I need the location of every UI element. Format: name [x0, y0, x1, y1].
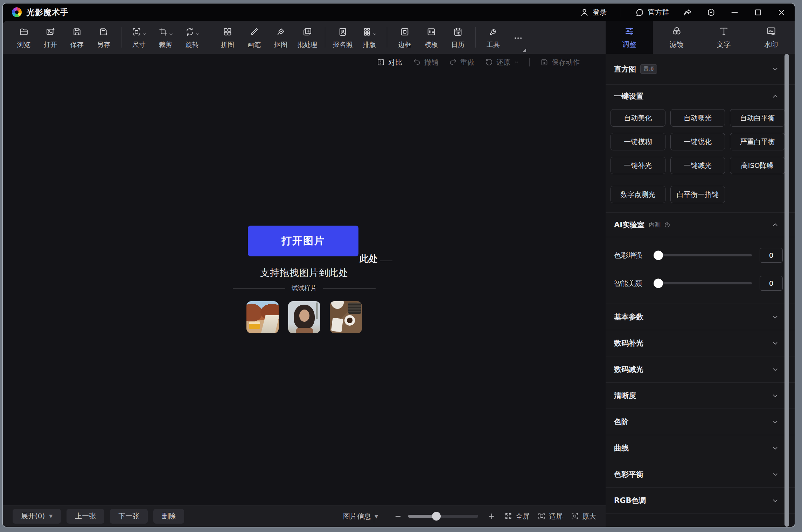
minimize-button[interactable] — [730, 8, 739, 17]
chevron-down-icon — [772, 419, 779, 425]
toolbar-rotate[interactable]: 旋转 — [179, 26, 205, 49]
section-digital-fill-light[interactable]: 数码补光 — [606, 330, 795, 356]
open-image-button[interactable]: 打开图片 — [248, 226, 358, 256]
toolbar-divider — [475, 27, 476, 48]
slider-thumb[interactable] — [654, 251, 663, 260]
share-icon[interactable] — [683, 8, 692, 17]
restore-button[interactable]: 还原 — [485, 58, 519, 67]
auto-exposure-button[interactable]: 自动曝光 — [670, 109, 725, 127]
save-as-icon — [99, 27, 109, 37]
smart-beauty-slider-row: 智能美颜 0 — [606, 269, 795, 297]
section-digital-dim-light[interactable]: 数码减光 — [606, 356, 795, 383]
toolbar-collage[interactable]: 拼图 — [214, 26, 241, 49]
toolbar-save[interactable]: 保存 — [64, 26, 90, 49]
auto-beautify-button[interactable]: 自动美化 — [611, 109, 665, 127]
severe-white-balance-button[interactable]: 严重白平衡 — [730, 133, 785, 150]
panel-scrollbar[interactable] — [784, 54, 789, 527]
toolbar-border[interactable]: 边框 — [391, 26, 418, 49]
toolbar-save-as[interactable]: 另存 — [90, 26, 117, 49]
one-click-fill-light-button[interactable]: 一键补光 — [611, 157, 665, 174]
brush-icon — [249, 27, 259, 37]
previous-image-button[interactable]: 上一张 — [67, 509, 104, 524]
sample-thumb-portrait[interactable] — [288, 301, 320, 333]
official-group-button[interactable]: 官方群 — [635, 8, 669, 17]
fullscreen-button[interactable]: 全屏 — [504, 511, 530, 521]
actual-size-button[interactable]: 原大 — [571, 511, 596, 521]
ghost-text: 此处 — [360, 253, 378, 265]
corner-triangle-icon — [522, 48, 526, 52]
toolbar-batch[interactable]: 批处理 — [294, 26, 321, 49]
zoom-in-button[interactable] — [488, 512, 496, 520]
toolbar-resize[interactable]: 尺寸 — [126, 26, 152, 49]
sample-thumb-canyon-bus[interactable] — [246, 301, 279, 333]
slider-thumb[interactable] — [654, 279, 663, 288]
one-click-sharpen-button[interactable]: 一键锐化 — [670, 133, 725, 150]
close-button[interactable] — [777, 8, 786, 17]
chevron-down-icon — [772, 314, 779, 320]
color-enhance-slider[interactable] — [655, 254, 752, 256]
toolbar-divider — [325, 27, 325, 48]
samples-header: 试试样片 — [233, 284, 376, 292]
ghost-dash — [380, 261, 392, 261]
image-info-dropdown[interactable]: 图片信息 ▼ — [343, 511, 378, 521]
fit-screen-button[interactable]: 适屏 — [537, 511, 563, 521]
ai-lab-section-header[interactable]: AI实验室 内测 — [606, 213, 795, 237]
folder-icon — [19, 27, 29, 37]
settings-gear-icon[interactable] — [706, 8, 716, 17]
help-question-icon[interactable] — [664, 222, 670, 228]
expand-dropdown[interactable]: 展开(0) ▼ — [13, 509, 61, 524]
sample-thumb-desk[interactable] — [330, 301, 362, 333]
section-curves[interactable]: 曲线 — [606, 435, 795, 461]
pen-nib-icon — [276, 27, 286, 37]
histogram-section-header[interactable]: 直方图 置顶 — [606, 54, 795, 85]
one-click-blur-button[interactable]: 一键模糊 — [611, 133, 665, 150]
toolbar-more[interactable] — [507, 32, 530, 43]
fullscreen-icon — [504, 512, 512, 520]
digital-spot-metering-button[interactable]: 数字点测光 — [611, 186, 665, 203]
section-color-balance[interactable]: 色彩平衡 — [606, 461, 795, 488]
toolbar-brush[interactable]: 画笔 — [241, 26, 267, 49]
maximize-button[interactable] — [753, 8, 763, 17]
chevron-down-icon — [372, 32, 377, 36]
toolbar-open[interactable]: 打开 — [37, 26, 64, 49]
tab-watermark[interactable]: 水印 — [747, 21, 795, 54]
login-button[interactable]: 登录 — [580, 8, 607, 17]
save-action-button[interactable]: 保存动作 — [540, 58, 580, 67]
toolbar-tools[interactable]: 工具 — [480, 26, 507, 49]
section-rgb-tone[interactable]: RGB色调 — [606, 488, 795, 514]
section-basic-params[interactable]: 基本参数 — [606, 304, 795, 330]
toolbar-layout[interactable]: 排版 — [356, 26, 383, 49]
white-balance-one-key-button[interactable]: 白平衡一指键 — [670, 186, 725, 203]
high-iso-denoise-button[interactable]: 高ISO降噪 — [730, 157, 785, 174]
zoom-slider-fill — [408, 515, 435, 518]
tab-filter[interactable]: 滤镜 — [653, 21, 700, 54]
smart-beauty-slider[interactable] — [655, 282, 752, 284]
toolbar-cutout[interactable]: 抠图 — [267, 26, 294, 49]
zoom-slider[interactable] — [408, 515, 478, 518]
toolbar-crop[interactable]: 裁剪 — [152, 26, 179, 49]
tab-adjust[interactable]: 调整 — [606, 21, 653, 54]
undo-button[interactable]: 撤销 — [413, 58, 438, 67]
one-click-section-header[interactable]: 一键设置 — [606, 85, 795, 108]
toolbar-template[interactable]: 模板 — [418, 26, 445, 49]
smart-beauty-value[interactable]: 0 — [760, 276, 783, 291]
compare-button[interactable]: 对比 — [377, 58, 402, 67]
zoom-slider-thumb[interactable] — [432, 512, 441, 520]
toolbar-calendar[interactable]: 日历 — [445, 26, 471, 49]
auto-white-balance-button[interactable]: 自动白平衡 — [730, 109, 785, 127]
right-panel-tabs: 调整 滤镜 文字 水印 — [606, 21, 795, 54]
toolbar-browse[interactable]: 浏览 — [11, 26, 37, 49]
toolbar-id-photo[interactable]: 报名照 — [329, 26, 356, 49]
color-enhance-value[interactable]: 0 — [760, 248, 783, 263]
section-clarity[interactable]: 清晰度 — [606, 383, 795, 409]
delete-image-button[interactable]: 删除 — [153, 509, 184, 524]
redo-button[interactable]: 重做 — [449, 58, 474, 67]
tab-text[interactable]: 文字 — [700, 21, 747, 54]
one-click-dim-light-button[interactable]: 一键减光 — [670, 157, 725, 174]
toolbar-divider — [121, 27, 121, 48]
sample-thumbnails — [246, 301, 362, 333]
zoom-out-button[interactable] — [394, 512, 402, 520]
next-image-button[interactable]: 下一张 — [110, 509, 148, 524]
section-levels[interactable]: 色阶 — [606, 409, 795, 435]
triangle-down-icon: ▼ — [49, 513, 53, 519]
